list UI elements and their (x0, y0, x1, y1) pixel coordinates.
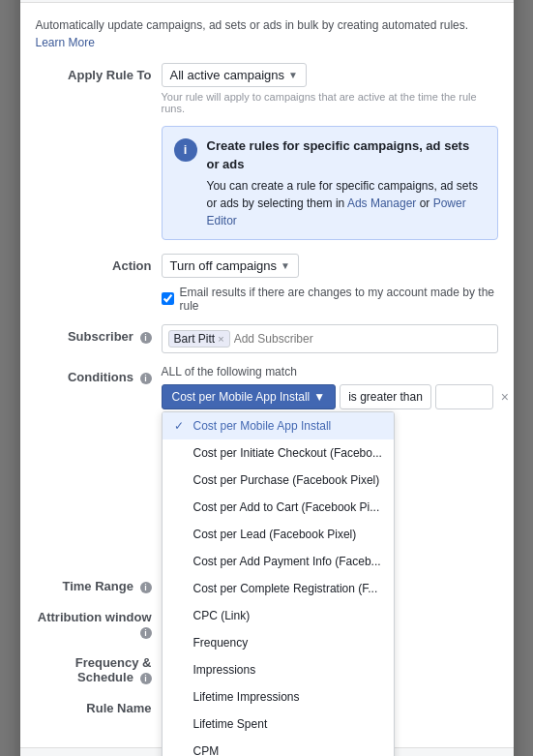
dropdown-item-cost-initiate-checkout[interactable]: Cost per Initiate Checkout (Facebo... (163, 439, 394, 467)
action-label: Action (36, 254, 162, 273)
condition-operator-dropdown[interactable]: is greater than (340, 384, 431, 409)
dropdown-item-frequency[interactable]: Frequency (163, 629, 394, 656)
rule-name-label: Rule Name (36, 696, 162, 715)
conditions-row-inner: Cost per Mobile App Install ▼ is greater… (162, 384, 514, 409)
attribution-label: Attribution window i (36, 605, 162, 639)
dropdown-item-lifetime-impressions[interactable]: Lifetime Impressions (163, 683, 394, 711)
modal-dialog: Create Rule × Automatically update campa… (20, 0, 514, 756)
dropdown-item-cost-complete-registration[interactable]: Cost per Complete Registration (F... (163, 575, 394, 602)
email-checkbox[interactable] (162, 292, 174, 305)
subscriber-label: Subscriber i (36, 324, 162, 344)
condition-dropdown-menu: ✓ Cost per Mobile App Install Cost per I… (162, 411, 395, 757)
subscriber-control: Bart Pitt × (162, 324, 498, 353)
modal-overlay: Create Rule × Automatically update campa… (0, 0, 533, 756)
apply-rule-label: Apply Rule To (36, 63, 162, 82)
frequency-info-icon: i (140, 673, 152, 684)
subscriber-row: Subscriber i Bart Pitt × (36, 324, 498, 353)
time-range-label: Time Range i (36, 574, 162, 593)
dropdown-item-cost-add-payment[interactable]: Cost per Add Payment Info (Faceb... (163, 548, 394, 575)
dropdown-item-lifetime-spent[interactable]: Lifetime Spent (163, 711, 394, 738)
conditions-control: ALL of the following match Cost per Mobi… (162, 365, 514, 409)
conditions-match-text: ALL of the following match (162, 365, 514, 378)
add-subscriber-input[interactable] (234, 332, 491, 346)
apply-rule-row: Apply Rule To All active campaigns ▼ You… (36, 63, 498, 114)
info-box: i Create rules for specific campaigns, a… (162, 126, 498, 240)
email-checkbox-row: Email results if there are changes to my… (162, 286, 498, 313)
info-icon: i (174, 138, 197, 162)
frequency-label: Frequency & Schedule i (36, 650, 162, 684)
email-checkbox-label: Email results if there are changes to my… (180, 286, 498, 313)
condition-remove-button[interactable]: × (497, 387, 513, 407)
conditions-label: Conditions i (36, 365, 162, 384)
action-row: Action Turn off campaigns ▼ (36, 254, 498, 278)
time-range-info-icon: i (140, 582, 152, 593)
subscriber-input-wrap: Bart Pitt × (162, 324, 498, 353)
ads-manager-link[interactable]: Ads Manager (347, 197, 416, 210)
dropdown-item-cpm[interactable]: CPM (163, 738, 394, 757)
dropdown-item-cost-add-to-cart[interactable]: Cost per Add to Cart (Facebook Pi... (163, 494, 394, 521)
action-control: Turn off campaigns ▼ (162, 254, 498, 278)
conditions-info-icon: i (140, 373, 152, 384)
dropdown-item-cost-mobile-app-install[interactable]: ✓ Cost per Mobile App Install (163, 412, 394, 439)
description-text: Automatically update campaigns, ad sets … (36, 16, 498, 51)
dropdown-item-cost-purchase[interactable]: Cost per Purchase (Facebook Pixel) (163, 467, 394, 494)
apply-rule-help: Your rule will apply to campaigns that a… (162, 91, 498, 114)
condition-value-input[interactable] (435, 384, 493, 409)
chevron-down-icon: ▼ (281, 260, 290, 271)
dropdown-item-cost-lead[interactable]: Cost per Lead (Facebook Pixel) (163, 521, 394, 548)
subscriber-info-icon: i (140, 332, 152, 344)
dropdown-item-cpc-link[interactable]: CPC (Link) (163, 602, 394, 629)
subscriber-tag: Bart Pitt × (168, 330, 230, 348)
conditions-row-outer: Conditions i ALL of the following match … (36, 365, 498, 409)
learn-more-link[interactable]: Learn More (36, 36, 95, 49)
condition-field-dropdown[interactable]: Cost per Mobile App Install ▼ (162, 384, 337, 409)
remove-subscriber-icon[interactable]: × (218, 333, 223, 345)
attribution-info-icon: i (140, 627, 152, 639)
chevron-down-icon: ▼ (288, 70, 298, 80)
checkmark-icon: ✓ (174, 419, 188, 433)
apply-rule-control: All active campaigns ▼ Your rule will ap… (162, 63, 498, 114)
info-box-content: Create rules for specific campaigns, ad … (207, 136, 486, 229)
dropdown-item-impressions[interactable]: Impressions (163, 656, 394, 683)
modal-body: Automatically update campaigns, ad sets … (20, 3, 514, 747)
action-dropdown[interactable]: Turn off campaigns ▼ (162, 254, 299, 278)
chevron-down-icon: ▼ (313, 390, 325, 404)
apply-rule-dropdown[interactable]: All active campaigns ▼ (162, 63, 307, 87)
